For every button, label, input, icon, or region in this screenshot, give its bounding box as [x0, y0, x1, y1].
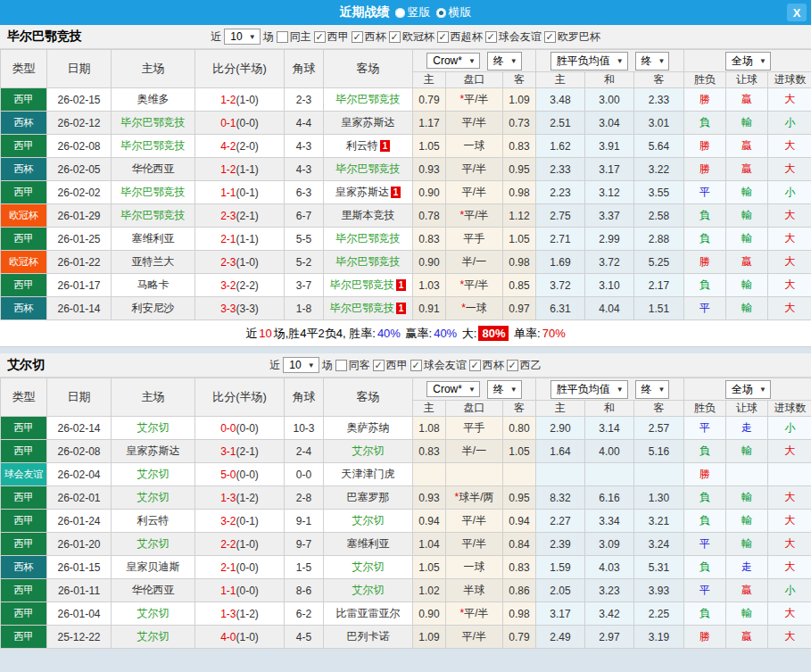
match-row: 西甲26-01-04艾尔切1-3(1-2)6-2比雷亚雷亚尔0.90*平/半0.… [1, 602, 811, 626]
home-team-cell: 艾尔切 [112, 626, 195, 649]
checkbox-icon[interactable] [335, 360, 347, 371]
layout-horizontal-option[interactable]: 横版 [436, 4, 472, 21]
checkbox-checked-icon[interactable]: ✓ [314, 31, 326, 43]
odds-group-header: Crow*▼终▼ [413, 378, 536, 401]
filter-bar: 近10▼场同客✓西甲✓球会友谊✓西杯✓西乙 [269, 357, 541, 373]
column-header: 日期 [47, 378, 112, 417]
odds-company-select[interactable]: Crow*▼ [426, 381, 480, 397]
odds-home-cell: 0.93 [413, 486, 446, 510]
odds-home-cell [413, 463, 446, 486]
date-cell: 25-12-22 [47, 626, 112, 649]
odds-away-cell: 0.95 [503, 158, 536, 181]
checkbox-checked-icon[interactable]: ✓ [437, 31, 449, 43]
sections-container: 毕尔巴鄂竞技近10▼场同主✓西甲✓西杯✓欧冠杯✓西超杯✓球会友谊✓欧罗巴杯类型日… [0, 25, 811, 649]
league-checkbox[interactable]: ✓欧冠杯 [389, 29, 434, 45]
league-checkbox[interactable]: ✓西乙 [507, 358, 542, 373]
odds-company-select-value: Crow* [433, 383, 462, 395]
match-row: 西甲26-01-11华伦西亚1-1(0-0)8-6艾尔切1.02半球0.862.… [1, 579, 811, 602]
avg-draw-cell: 3.14 [585, 417, 634, 440]
odds-home-cell: 0.90 [413, 602, 446, 626]
summary-text: 单率: [510, 326, 540, 342]
home-team-cell: 艾尔切 [112, 463, 195, 486]
avg-home-cell: 3.17 [536, 602, 585, 626]
goals-result-cell: 大 [768, 158, 811, 181]
match-count-select[interactable]: 10▼ [283, 357, 319, 373]
odds-away-cell [503, 463, 536, 486]
checkbox-checked-icon[interactable]: ✓ [469, 360, 481, 371]
checkbox-checked-icon[interactable]: ✓ [373, 360, 385, 371]
avg-select-value: 胜平负均值 [557, 382, 610, 397]
score-cell: 1-3(1-2) [195, 602, 285, 626]
fulltime-score: 0-1 [220, 117, 236, 129]
checkbox-checked-icon[interactable]: ✓ [485, 31, 497, 43]
checkbox-checked-icon[interactable]: ✓ [544, 31, 556, 43]
scope-select[interactable]: 全场▼ [725, 380, 771, 399]
scope-select[interactable]: 全场▼ [725, 52, 771, 71]
avg-final-select-value: 终 [641, 54, 652, 69]
home-team-cell: 马略卡 [112, 274, 195, 297]
result-cell: 勝 [684, 626, 726, 649]
goals-result-cell: 大 [768, 486, 811, 510]
halftime-score: (1-0) [236, 631, 259, 643]
corner-cell: 2-3 [285, 88, 324, 112]
same-venue-checkbox[interactable]: 同主 [277, 29, 311, 45]
league-checkbox[interactable]: ✓西杯 [469, 358, 504, 373]
odds-home-cell: 1.08 [413, 417, 446, 440]
odds-away-cell: 0.84 [503, 533, 536, 556]
avg-select[interactable]: 胜平负均值▼ [550, 380, 628, 399]
handicap-cell: 平/半 [446, 181, 503, 204]
match-count-select-value: 10 [230, 30, 242, 43]
fulltime-score: 1-3 [220, 608, 236, 620]
avg-draw-cell: 3.17 [585, 158, 634, 181]
match-count-select[interactable]: 10▼ [224, 29, 260, 45]
corner-cell: 6-7 [285, 204, 324, 228]
checkbox-icon[interactable] [277, 31, 288, 43]
odds-company-select[interactable]: Crow*▼ [426, 53, 480, 69]
radio-unchecked-icon[interactable] [395, 8, 405, 18]
league-checkbox[interactable]: ✓西甲 [373, 358, 408, 373]
checkbox-checked-icon[interactable]: ✓ [410, 360, 422, 371]
handicap-cell: *平/半 [446, 274, 503, 297]
odds-final-select[interactable]: 终▼ [487, 52, 522, 71]
fulltime-score: 3-2 [220, 279, 236, 292]
team-label: 华伦西亚 [132, 584, 175, 596]
handicap-result-cell: 贏 [726, 251, 768, 274]
avg-final-select[interactable]: 终▼ [635, 380, 670, 399]
team-label: 华伦西亚 [132, 162, 175, 175]
halftime-score: (1-2) [236, 608, 259, 620]
odds-final-select[interactable]: 终▼ [487, 380, 522, 399]
checkbox-checked-icon[interactable]: ✓ [389, 31, 401, 43]
avg-select[interactable]: 胜平负均值▼ [550, 52, 628, 71]
close-icon[interactable]: X [787, 4, 807, 21]
halftime-score: (2-1) [236, 445, 259, 458]
result-cell: 平 [684, 417, 726, 440]
handicap-result-cell: 贏 [726, 626, 768, 649]
near-label: 近 [211, 29, 221, 45]
league-checkbox[interactable]: ✓西杯 [352, 29, 386, 45]
checkbox-checked-icon[interactable]: ✓ [507, 360, 518, 371]
column-header: 日期 [47, 50, 112, 88]
avg-final-select[interactable]: 终▼ [635, 52, 670, 71]
halftime-score: (0-0) [236, 561, 259, 574]
fulltime-score: 2-1 [220, 233, 236, 245]
result-cell: 負 [684, 228, 726, 251]
checkbox-checked-icon[interactable]: ✓ [352, 31, 363, 43]
league-checkbox[interactable]: ✓球会友谊 [410, 358, 467, 373]
layout-vertical-option[interactable]: 竖版 [395, 4, 431, 21]
score-cell: 2-3(2-1) [195, 204, 285, 228]
handicap-cell: *平/半 [446, 204, 503, 228]
avg-away-cell: 3.21 [634, 510, 684, 533]
away-team-cell: 塞维利亚 [324, 533, 413, 556]
league-checkbox[interactable]: ✓球会友谊 [485, 29, 542, 45]
same-venue-checkbox[interactable]: 同客 [335, 358, 370, 373]
league-checkbox[interactable]: ✓欧罗巴杯 [544, 29, 600, 45]
scope-select-value: 全场 [732, 54, 753, 69]
corner-cell: 0-0 [285, 463, 324, 486]
odds-away-cell: 1.09 [503, 88, 536, 112]
radio-checked-icon[interactable] [436, 8, 446, 18]
team-label: 利云特 [346, 139, 378, 152]
league-checkbox[interactable]: ✓西超杯 [437, 29, 483, 45]
league-checkbox[interactable]: ✓西甲 [314, 29, 349, 45]
odds-selects: Crow*▼终▼ [413, 52, 535, 71]
corner-cell: 9-7 [285, 533, 324, 556]
